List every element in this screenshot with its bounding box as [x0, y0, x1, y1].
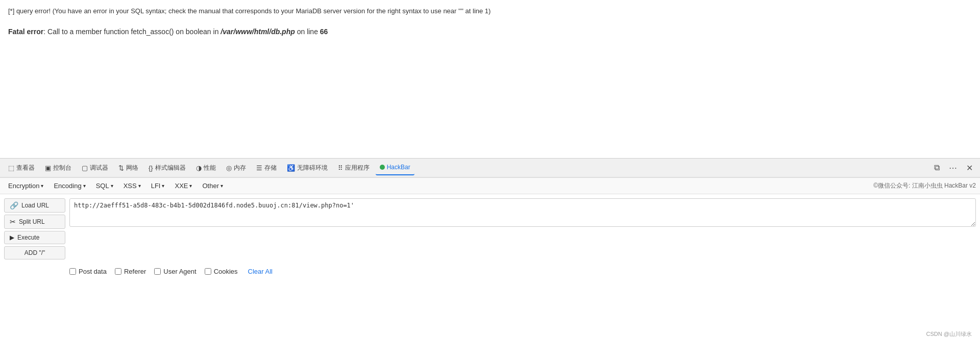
debugger-icon: ▢ [82, 164, 88, 172]
hackbar-sidebar: 🔗 Load URL ✂ Split URL ▶ Execute ADD "/" [4, 198, 65, 259]
add-label: ADD "/" [24, 249, 45, 256]
execute-button[interactable]: ▶ Execute [4, 231, 65, 244]
execute-icon: ▶ [10, 234, 14, 241]
clear-all-button[interactable]: Clear All [246, 267, 275, 276]
other-menu[interactable]: Other ▾ [198, 180, 227, 192]
hackbar-bottom: Post data Referer User Agent Cookies Cle… [0, 264, 980, 280]
encryption-arrow-icon: ▾ [41, 183, 43, 189]
tab-console-label: 控制台 [53, 164, 71, 172]
error-online: on line [295, 28, 320, 36]
split-url-button[interactable]: ✂ Split URL [4, 215, 65, 229]
cookies-label: Cookies [214, 268, 238, 275]
tab-memory-label: 内存 [234, 164, 246, 172]
network-icon: ⇅ [118, 164, 124, 172]
lfi-label: LFI [151, 182, 161, 190]
lfi-arrow-icon: ▾ [162, 183, 164, 189]
load-url-icon: 🔗 [10, 201, 18, 210]
encryption-label: Encryption [8, 182, 39, 190]
referer-checkbox[interactable] [115, 268, 121, 275]
xss-label: XSS [124, 182, 137, 190]
main-content: [*] query error! (You have an error in y… [0, 0, 980, 158]
bottom-watermark: CSDN @山川绿水 [926, 330, 972, 338]
memory-icon: ◎ [226, 164, 232, 172]
cookies-group[interactable]: Cookies [205, 268, 238, 275]
xss-menu[interactable]: XSS ▾ [119, 180, 145, 192]
load-url-button[interactable]: 🔗 Load URL [4, 198, 65, 213]
style-icon: {} [149, 164, 153, 172]
load-url-label: Load URL [21, 202, 49, 209]
post-data-checkbox[interactable] [69, 268, 76, 275]
tab-style[interactable]: {} 样式编辑器 [144, 160, 190, 175]
add-button[interactable]: ADD "/" [4, 246, 65, 259]
tab-performance-label: 性能 [204, 164, 216, 172]
referer-label: Referer [124, 268, 146, 275]
devtools-toolbar: ⬚ 查看器 ▣ 控制台 ▢ 调试器 ⇅ 网络 {} 样式编辑器 ◑ 性能 ◎ 内… [0, 158, 980, 177]
other-arrow-icon: ▾ [220, 183, 223, 189]
tab-debugger-label: 调试器 [90, 164, 108, 172]
sql-menu[interactable]: SQL ▾ [92, 180, 117, 192]
hackbar-container: Encryption ▾ Encoding ▾ SQL ▾ XSS ▾ LFI … [0, 177, 980, 280]
url-input[interactable]: http://2aefff51-a5d8-483c-b4b1-5d002d184… [69, 198, 976, 227]
tab-hackbar[interactable]: HackBar [376, 160, 414, 175]
post-data-label: Post data [79, 268, 107, 275]
lfi-menu[interactable]: LFI ▾ [147, 180, 169, 192]
encryption-menu[interactable]: Encryption ▾ [4, 180, 47, 192]
split-url-label: Split URL [19, 218, 45, 225]
tab-apps-label: 应用程序 [345, 164, 370, 172]
execute-label: Execute [17, 234, 39, 241]
tab-inspect[interactable]: ⬚ 查看器 [4, 160, 39, 175]
tab-network[interactable]: ⇅ 网络 [114, 160, 142, 175]
tab-network-label: 网络 [126, 164, 138, 172]
encoding-menu[interactable]: Encoding ▾ [50, 180, 89, 192]
xxe-label: XXE [175, 182, 188, 190]
xxe-arrow-icon: ▾ [189, 183, 192, 189]
error-text-middle: : Call to a member function fetch_assoc(… [43, 28, 220, 36]
watermark-text: CSDN @山川绿水 [926, 331, 972, 337]
clear-all-label: Clear All [248, 268, 273, 275]
error-filepath: /var/www/html/db.php [220, 28, 295, 36]
storage-icon: ☰ [256, 164, 262, 172]
tab-memory[interactable]: ◎ 内存 [222, 160, 250, 175]
tab-accessibility[interactable]: ♿ 无障碍环境 [283, 160, 332, 175]
cookies-checkbox[interactable] [205, 268, 211, 275]
encoding-arrow-icon: ▾ [83, 183, 86, 189]
referer-group[interactable]: Referer [115, 268, 146, 275]
tab-inspect-label: 查看器 [16, 164, 35, 172]
hackbar-main: 🔗 Load URL ✂ Split URL ▶ Execute ADD "/"… [0, 194, 980, 264]
hackbar-dot-icon [380, 165, 385, 170]
tab-storage-label: 存储 [264, 164, 277, 172]
more-options-button[interactable]: ⋯ [946, 161, 960, 175]
user-agent-label: User Agent [163, 268, 196, 275]
error-line1: [*] query error! (You have an error in y… [8, 6, 972, 16]
sql-label: SQL [96, 182, 109, 190]
post-data-group[interactable]: Post data [69, 268, 107, 275]
user-agent-checkbox[interactable] [154, 268, 161, 275]
other-label: Other [202, 182, 219, 190]
console-icon: ▣ [45, 164, 51, 172]
xxe-menu[interactable]: XXE ▾ [170, 180, 196, 192]
encoding-label: Encoding [54, 182, 81, 190]
close-devtools-button[interactable]: ✕ [963, 161, 976, 175]
xss-arrow-icon: ▾ [138, 183, 141, 189]
error-line2: Fatal error: Call to a member function f… [8, 27, 972, 37]
fatal-error-label: Fatal error [8, 28, 43, 36]
user-agent-group[interactable]: User Agent [154, 268, 196, 275]
hackbar-branding: ©微信公众号: 江南小虫虫 HackBar v2 [873, 181, 976, 190]
dock-button[interactable]: ⧉ [931, 161, 943, 174]
error-linenum: 66 [320, 28, 328, 36]
tab-hackbar-label: HackBar [387, 164, 410, 171]
tab-console[interactable]: ▣ 控制台 [41, 160, 76, 175]
performance-icon: ◑ [196, 164, 202, 172]
tab-debugger[interactable]: ▢ 调试器 [78, 160, 112, 175]
inspect-icon: ⬚ [8, 164, 14, 172]
branding-text: ©微信公众号: 江南小虫虫 HackBar v2 [873, 182, 976, 189]
tab-style-label: 样式编辑器 [155, 164, 186, 172]
tab-performance[interactable]: ◑ 性能 [192, 160, 220, 175]
devtools-right-buttons: ⧉ ⋯ ✕ [931, 161, 976, 175]
tab-storage[interactable]: ☰ 存储 [252, 160, 281, 175]
accessibility-icon: ♿ [287, 164, 295, 172]
hackbar-url-area: http://2aefff51-a5d8-483c-b4b1-5d002d184… [69, 198, 976, 227]
tab-accessibility-label: 无障碍环境 [297, 164, 328, 172]
tab-apps[interactable]: ⠿ 应用程序 [334, 160, 374, 175]
apps-icon: ⠿ [338, 164, 343, 172]
